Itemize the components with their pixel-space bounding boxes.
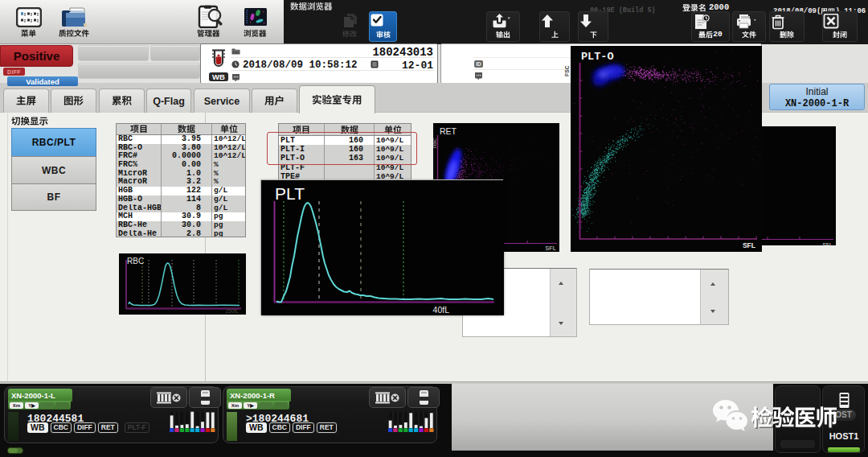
- svg-text:SFL: SFL: [545, 245, 556, 252]
- svg-text:PLT-O: PLT-O: [581, 51, 614, 63]
- svg-text:SFL: SFL: [822, 242, 833, 245]
- svg-text:PLT: PLT: [275, 184, 305, 203]
- svg-text:RBC: RBC: [433, 138, 437, 148]
- svg-text:WB: WB: [212, 72, 225, 81]
- svg-text:250fL: 250fL: [226, 308, 240, 314]
- svg-text:SFL: SFL: [743, 241, 755, 249]
- svg-text:40fL: 40fL: [433, 305, 450, 315]
- svg-text:RET: RET: [440, 126, 457, 136]
- svg-text:ID: ID: [476, 61, 481, 67]
- svg-text:RBC: RBC: [127, 257, 144, 266]
